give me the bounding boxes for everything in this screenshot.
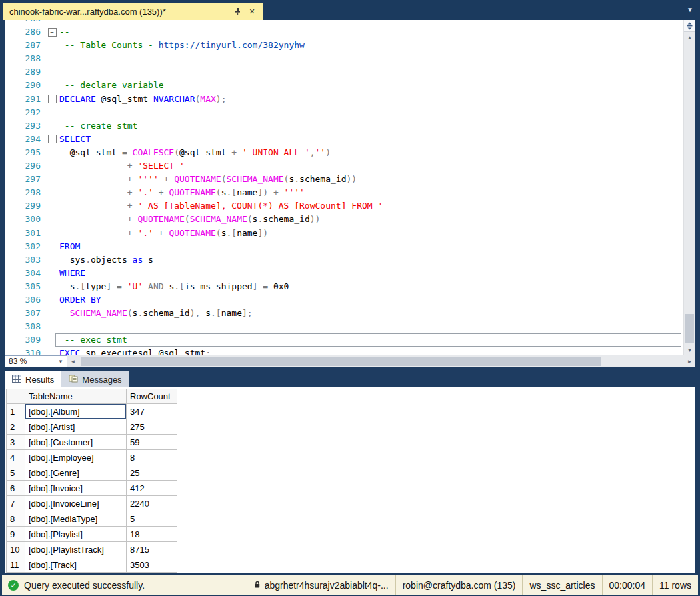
grid-cell[interactable]: 18 <box>127 527 177 542</box>
editor-vertical-scrollbar[interactable]: ▲ ▼ <box>683 20 695 355</box>
grid-cell[interactable]: [dbo].[Track] <box>25 557 127 573</box>
sql-editor[interactable]: 285286−--287 -- Table Counts - https://t… <box>5 20 695 355</box>
document-tab[interactable]: chinook-fabric-war...raftydba.com (135))… <box>3 3 263 20</box>
token: sys <box>59 255 85 265</box>
token: + <box>273 187 284 197</box>
hyperlink[interactable]: https://tinyurl.com/382ynyhw <box>159 40 305 50</box>
grid-cell[interactable]: [dbo].[Invoice] <box>25 481 127 496</box>
horizontal-scroll-thumb[interactable] <box>81 357 601 366</box>
token: schema_id <box>263 214 309 224</box>
scroll-left-icon[interactable]: ◄ <box>67 359 79 365</box>
code-text: + '.' + QUOTENAME(s.[name]) <box>59 227 683 240</box>
grid-cell[interactable]: [dbo].[InvoiceLine] <box>25 496 127 511</box>
code-area[interactable]: 285286−--287 -- Table Counts - https://t… <box>5 20 683 355</box>
token <box>153 187 159 197</box>
row-header[interactable]: 6 <box>7 481 25 496</box>
token: name <box>237 228 257 238</box>
fold-gutter <box>45 20 59 25</box>
zoom-level-select[interactable]: 83 % ▼ <box>5 355 67 367</box>
fold-collapse-icon[interactable]: − <box>45 93 59 106</box>
vertical-scroll-thumb[interactable] <box>685 314 694 343</box>
document-tab-bar: chinook-fabric-war...raftydba.com (135))… <box>0 0 700 20</box>
tab-messages[interactable]: Messages <box>61 371 129 387</box>
token: ' UNION ALL ' <box>242 147 310 157</box>
token <box>59 161 127 171</box>
token: is_ms_shipped <box>185 281 253 291</box>
token: FROM <box>59 241 80 251</box>
row-header[interactable]: 5 <box>7 465 25 481</box>
grid-cell[interactable]: 8 <box>127 450 177 465</box>
fold-collapse-icon[interactable]: − <box>45 133 59 146</box>
code-text: -- <box>59 52 683 65</box>
token: ] = <box>253 281 273 291</box>
row-header[interactable]: 7 <box>7 496 25 511</box>
document-tab-title: chinook-fabric-war...raftydba.com (135))… <box>9 7 228 17</box>
row-header[interactable]: 3 <box>7 435 25 450</box>
scroll-right-icon[interactable]: ► <box>684 359 695 365</box>
grid-cell[interactable]: 347 <box>127 404 177 419</box>
grid-cell[interactable]: [dbo].[Customer] <box>25 435 127 450</box>
fold-gutter <box>45 186 59 199</box>
horizontal-scroll-track[interactable] <box>79 355 684 367</box>
grid-cell[interactable]: 59 <box>127 435 177 450</box>
table-row: 11[dbo].[Track]3503 <box>7 557 177 573</box>
chevron-down-icon[interactable]: ▼ <box>687 6 693 13</box>
token: '''' <box>284 187 305 197</box>
zoom-level-value: 83 % <box>9 357 27 366</box>
lock-icon <box>254 580 261 591</box>
scroll-down-icon[interactable]: ▼ <box>684 345 695 355</box>
messages-icon <box>69 375 78 385</box>
row-header[interactable]: 4 <box>7 450 25 465</box>
code-text: FROM <box>59 240 683 253</box>
grid-cell[interactable]: 412 <box>127 481 177 496</box>
scroll-up-icon[interactable]: ▲ <box>684 32 695 43</box>
token: SCHEMA_NAME <box>70 308 127 318</box>
token: -- <box>59 53 75 63</box>
tab-results[interactable]: Results <box>5 371 61 387</box>
line-number: 306 <box>5 293 45 307</box>
grid-cell[interactable]: 2240 <box>127 496 177 511</box>
token: NVARCHAR <box>153 94 195 104</box>
token: .[ <box>226 187 237 197</box>
grid-cell[interactable]: [dbo].[Playlist] <box>25 527 127 542</box>
token: s <box>59 281 75 291</box>
row-header[interactable]: 10 <box>7 542 25 557</box>
line-number: 302 <box>5 240 45 253</box>
grid-cell[interactable]: 3503 <box>127 557 177 573</box>
fold-gutter <box>45 39 59 52</box>
grid-cell[interactable]: [dbo].[Employee] <box>25 450 127 465</box>
code-line-292: 292 <box>5 106 683 119</box>
pin-icon[interactable] <box>232 6 243 17</box>
token: )) <box>347 174 357 184</box>
column-header-tablename[interactable]: TableName <box>25 389 127 404</box>
grid-cell[interactable]: [dbo].[Genre] <box>25 465 127 481</box>
row-header[interactable]: 1 <box>7 404 25 419</box>
editor-horizontal-scrollbar[interactable]: ◄ ► <box>67 355 695 367</box>
row-header[interactable]: 8 <box>7 511 25 527</box>
line-number: 293 <box>5 119 45 133</box>
row-header[interactable]: 9 <box>7 527 25 542</box>
grid-corner-cell[interactable] <box>7 389 25 404</box>
grid-cell[interactable]: [dbo].[Artist] <box>25 419 127 435</box>
grid-cell[interactable]: 5 <box>127 511 177 527</box>
grid-cell[interactable]: 275 <box>127 419 177 435</box>
fold-gutter <box>45 240 59 253</box>
grid-header-row: TableNameRowCount <box>7 389 177 404</box>
success-check-icon: ✓ <box>8 580 19 591</box>
row-header[interactable]: 11 <box>7 557 25 573</box>
line-number: 305 <box>5 280 45 293</box>
fold-gutter <box>45 347 59 355</box>
token: -- Table Counts - <box>59 40 159 50</box>
close-icon[interactable]: ✕ <box>247 6 257 17</box>
fold-collapse-icon[interactable]: − <box>45 25 59 39</box>
grid-cell[interactable]: [dbo].[MediaType] <box>25 511 127 527</box>
vertical-scroll-track[interactable] <box>684 43 695 345</box>
line-number: 307 <box>5 307 45 320</box>
grid-cell[interactable]: 25 <box>127 465 177 481</box>
row-header[interactable]: 2 <box>7 419 25 435</box>
grid-cell[interactable]: 8715 <box>127 542 177 557</box>
grid-cell[interactable]: [dbo].[PlaylistTrack] <box>25 542 127 557</box>
splitter-grip-icon[interactable] <box>684 20 695 32</box>
column-header-rowcount[interactable]: RowCount <box>127 389 177 404</box>
grid-cell[interactable]: [dbo].[Album] <box>25 404 127 419</box>
